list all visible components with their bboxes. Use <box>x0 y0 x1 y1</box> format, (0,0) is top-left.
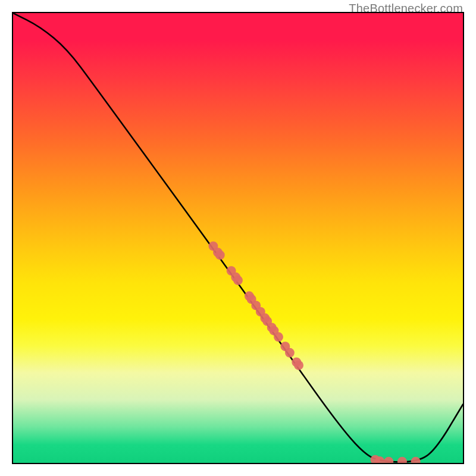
scatter-point <box>233 275 243 285</box>
chart-stage: TheBottlenecker.com <box>0 0 476 476</box>
curve-line <box>13 13 463 462</box>
scatter-point <box>411 457 421 464</box>
scatter-point <box>294 361 303 370</box>
chart-overlay <box>13 13 463 463</box>
scatter-point <box>274 332 283 342</box>
scatter-group <box>208 242 420 464</box>
plot-area <box>12 12 464 464</box>
scatter-point <box>285 348 295 358</box>
scatter-point <box>397 457 407 464</box>
scatter-point <box>215 250 225 260</box>
scatter-point <box>384 457 393 464</box>
